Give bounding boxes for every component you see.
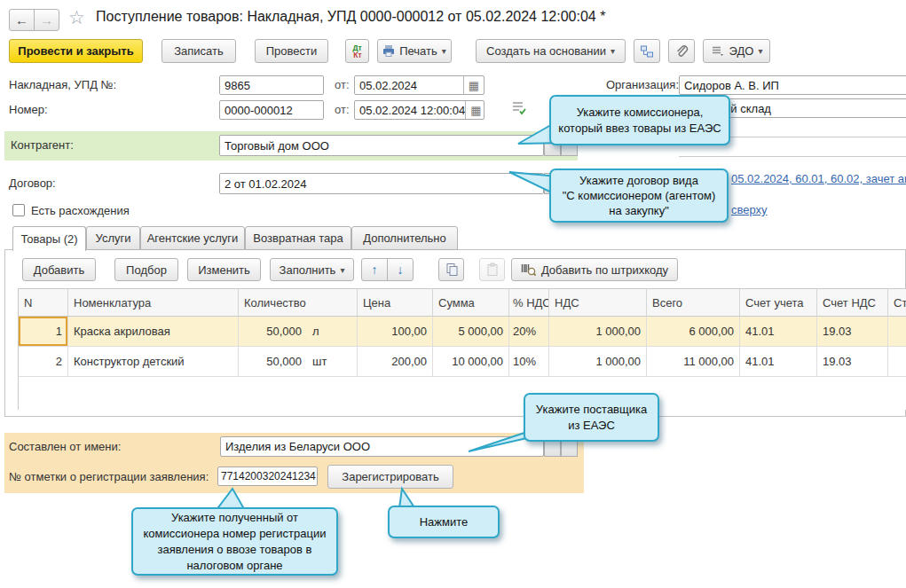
related-documents-icon — [640, 44, 654, 59]
col-header-vat-account[interactable]: Счет НДС — [817, 289, 888, 316]
number-input[interactable]: 0000-000012 — [219, 100, 324, 120]
cell-total[interactable]: 11 000,00 — [647, 347, 740, 376]
dropdown-arrow-icon: ▾ — [611, 46, 615, 56]
document-structure-button[interactable] — [634, 39, 660, 63]
tooltip-supplier: Укажите поставщика из ЕАЭС — [524, 393, 659, 442]
table-row[interactable]: 2 Конструктор детский 50,000 шт 200,00 1… — [19, 347, 906, 377]
table-header-row: N Номенклатура Количество Цена Сумма % Н… — [19, 289, 906, 317]
calendar-icon[interactable]: ▦ — [465, 101, 481, 119]
favorite-star-icon[interactable]: ☆ — [68, 7, 85, 28]
copy-icon — [445, 263, 459, 277]
number-date-from-label: от: — [335, 103, 350, 116]
cell-vat-rate[interactable]: 10% — [509, 347, 549, 376]
cell-quantity[interactable]: 50,000 — [239, 347, 307, 376]
table-row[interactable]: 1 Краска акриловая 50,000 л 100,00 5 000… — [19, 317, 906, 347]
cell-n[interactable]: 1 — [19, 317, 68, 346]
invoice-date-from-label: от: — [335, 78, 350, 91]
tooltip-press: Нажмите — [388, 506, 500, 538]
number-label: Номер: — [9, 103, 48, 116]
edit-button[interactable]: Изменить — [187, 258, 261, 281]
col-header-price[interactable]: Цена — [358, 289, 433, 316]
cell-unit[interactable]: шт — [307, 347, 358, 376]
forward-arrow-icon: → — [40, 12, 53, 27]
col-header-quantity[interactable]: Количество — [239, 289, 358, 316]
tooltip-commissioner: Укажите комиссионера, который ввез товар… — [549, 95, 730, 145]
invoice-date-input[interactable]: 05.02.2024 ▦ — [354, 75, 485, 95]
dtkt-postings-button[interactable]: Дт Кт — [345, 39, 369, 63]
create-based-on-button[interactable]: Создать на основании ▾ — [476, 39, 626, 63]
vat-mode-link[interactable]: сверху — [731, 203, 768, 216]
registration-number-label: № отметки о регистрации заявления: — [9, 470, 209, 483]
calendar-icon[interactable]: ▦ — [463, 76, 479, 94]
cell-vat[interactable]: 1 000,00 — [549, 317, 647, 346]
cell-quantity[interactable]: 50,000 — [239, 317, 307, 346]
discrepancy-label: Есть расхождения — [31, 204, 130, 217]
copy-rows-button[interactable] — [438, 258, 464, 281]
move-down-button[interactable]: ↓ — [387, 258, 414, 281]
contract-input[interactable]: 2 от 01.02.2024 — [219, 173, 544, 194]
add-by-barcode-button[interactable]: Добавить по штрихкоду — [511, 258, 678, 281]
cell-vat-account[interactable]: 19.03 — [817, 347, 888, 376]
document-window: ← → ☆ Поступление товаров: Накладная, УП… — [0, 0, 906, 588]
invoice-no-input[interactable]: 9865 — [219, 75, 324, 95]
col-header-account[interactable]: Счет учета — [740, 289, 817, 316]
tab-goods[interactable]: Товары (2) — [12, 226, 86, 251]
cell-unit[interactable]: л — [307, 317, 358, 346]
paperclip-icon — [674, 44, 689, 59]
col-header-total[interactable]: Всего — [647, 289, 740, 316]
cell-price[interactable]: 100,00 — [358, 317, 433, 346]
printer-icon — [382, 45, 395, 57]
cell-nomenclature[interactable]: Краска акриловая — [68, 317, 239, 346]
cell-country[interactable] — [888, 317, 906, 346]
attachments-button[interactable] — [668, 39, 695, 63]
col-header-sum[interactable]: Сумма — [433, 289, 509, 316]
tooltip-contract: Укажите договор вида "С комиссионером (а… — [549, 169, 729, 223]
cell-price[interactable]: 200,00 — [358, 347, 433, 376]
move-up-button[interactable]: ↑ — [361, 258, 388, 281]
print-button[interactable]: Печать ▾ — [377, 39, 452, 63]
tab-services[interactable]: Услуги — [86, 226, 140, 250]
cell-account[interactable]: 41.01 — [740, 347, 817, 376]
post-and-close-button[interactable]: Провести и закрыть — [9, 39, 143, 63]
pick-button[interactable]: Подбор — [114, 258, 178, 281]
tab-additional[interactable]: Дополнительно — [351, 226, 458, 250]
col-header-n[interactable]: N — [19, 289, 68, 316]
cell-n[interactable]: 2 — [19, 347, 68, 376]
dropdown-arrow-icon: ▾ — [758, 46, 762, 56]
tab-returnable-packaging[interactable]: Возвратная тара — [245, 226, 351, 250]
contract-label: Договор: — [9, 176, 56, 190]
settlements-link[interactable]: 05.02.2024, 60.01, 60.02, зачет ав — [731, 172, 906, 185]
author-label: Составлен от имени: — [9, 440, 121, 453]
post-button[interactable]: Провести — [255, 39, 328, 63]
paste-rows-button[interactable] — [479, 258, 505, 281]
discrepancy-checkbox[interactable] — [12, 204, 25, 216]
cell-country[interactable] — [888, 347, 906, 376]
number-date-input[interactable]: 05.02.2024 12:00:04 ▦ — [354, 100, 485, 120]
dtkt-icon: Дт Кт — [352, 44, 361, 59]
organization-input[interactable]: Сидоров А. В. ИП — [679, 75, 906, 95]
forward-button[interactable]: → — [34, 9, 59, 31]
cell-nomenclature[interactable]: Конструктор детский — [68, 347, 239, 376]
save-button[interactable]: Записать — [162, 39, 236, 63]
cell-sum[interactable]: 10 000,00 — [433, 347, 509, 376]
contractor-input[interactable]: Торговый дом ООО — [219, 135, 544, 156]
cell-account[interactable]: 41.01 — [740, 317, 817, 346]
fill-button[interactable]: Заполнить ▾ — [270, 258, 354, 281]
edo-button[interactable]: ЭДО ▾ — [703, 39, 770, 63]
cell-vat-account[interactable]: 19.03 — [817, 317, 888, 346]
cell-sum[interactable]: 5 000,00 — [433, 317, 509, 346]
cell-vat-rate[interactable]: 20% — [509, 317, 549, 346]
col-header-vat[interactable]: НДС — [549, 289, 647, 316]
down-arrow-icon: ↓ — [398, 263, 404, 277]
back-button[interactable]: ← — [9, 9, 35, 31]
organization-label: Организация: — [606, 78, 679, 91]
col-header-nomenclature[interactable]: Номенклатура — [68, 289, 239, 316]
col-header-vat-rate[interactable]: % НДС — [509, 289, 549, 316]
col-header-country[interactable]: Ст — [888, 289, 906, 316]
cell-total[interactable]: 6 000,00 — [647, 317, 740, 346]
cell-vat[interactable]: 1 000,00 — [549, 347, 647, 376]
tab-agent-services[interactable]: Агентские услуги — [140, 226, 245, 250]
dropdown-arrow-icon: ▾ — [442, 46, 446, 56]
page-title: Поступление товаров: Накладная, УПД 0000… — [96, 9, 605, 25]
add-row-button[interactable]: Добавить — [22, 258, 96, 281]
